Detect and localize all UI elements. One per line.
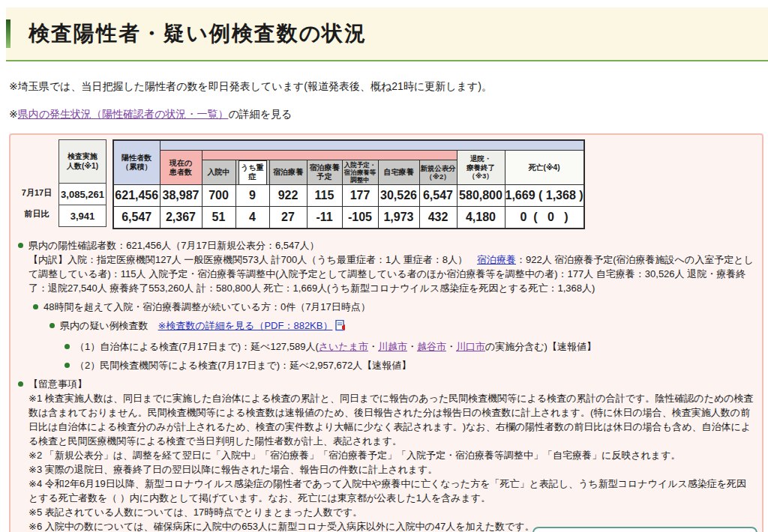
table-row-date: 621,456 38,987 700 9 922 115 177 30,526 …: [113, 185, 584, 207]
remarks-list: ※1 検査実施人数は、同日までに実施した自治体による検査の累計と、同日までに報告…: [28, 391, 756, 532]
cell-tested-diff: 3,941: [59, 205, 106, 227]
bullet-municipal-tests: （1）自治体による検査(7月17日まで)：延べ127,589人(さいたま市・川越…: [64, 339, 756, 354]
note-occurrence-status: ※県内の発生状況（陽性確認者の状況・一覧）の詳細を見る: [9, 108, 768, 121]
cell-hotel-diff: 27: [269, 207, 307, 229]
breakdown-text-pre: 【内訳】入院：指定医療機関127人 一般医療機関573人 計700人（うち最重症…: [28, 254, 477, 265]
cell-adjusting-diff: -105: [342, 207, 378, 229]
col-header-home: 自宅療養: [378, 160, 419, 185]
cell-current-date: 38,987: [160, 185, 202, 207]
green-accent-bar: [6, 19, 10, 48]
bottom-link-box[interactable]: [532, 527, 758, 532]
page-title-band: 検査陽性者・疑い例検査数の状況: [6, 7, 768, 61]
suspected-tests-label: 県内の疑い例検査数: [60, 320, 158, 331]
cell-positive-diff: 6,547: [113, 207, 160, 229]
remarks-title: 【留意事項】: [28, 377, 756, 391]
cell-deaths-date: 1,669 ( 1,368 ): [505, 185, 584, 207]
stats-table: 7月17日 前日比 検査実施 人数(※1) 3,085,261 3,941 陽性…: [16, 139, 756, 229]
col-header-hotel: 宿泊療養: [269, 160, 307, 185]
pink-header-strip: [202, 151, 457, 160]
remark-3: ※3 実際の退院日、療養終了日の翌日以降に報告された場合、報告日の件数に計上され…: [28, 462, 756, 477]
occurrence-status-link[interactable]: 県内の発生状況（陽性確認者の状況・一覧）: [18, 108, 229, 120]
positive-summary-line: 県内の陽性確認者数：621,456人（7月17日新規公表分：6,547人）: [28, 238, 756, 253]
cell-hotel-planned-date: 115: [307, 185, 342, 207]
cell-deaths-diff: 0 ( 0 ): [505, 207, 584, 229]
bullet-icon: [18, 381, 23, 387]
row-label-date: 7月17日: [16, 182, 57, 203]
col-header-current: 現在の 患者数: [160, 151, 202, 185]
cell-adjusting-date: 177: [342, 185, 378, 207]
cell-severe-date: 9: [236, 185, 269, 207]
row-label-spacer: [16, 139, 57, 182]
cell-hotel-planned-diff: -11: [307, 207, 342, 229]
col-header-hospitalized: 入院中: [202, 160, 236, 185]
note-occurrence-suffix: の詳細を見る: [228, 108, 292, 120]
cell-tested-date: 3,085,261: [59, 184, 106, 205]
bullet-48hour-adjustment: 48時間を超えて入院・宿泊療養調整が続いている方：0件（7月17日時点）: [33, 300, 756, 314]
cell-discharged-date: 580,800: [457, 185, 505, 207]
bullet-positive-summary: 県内の陽性確認者数：621,456人（7月17日新規公表分：6,547人） 【内…: [18, 238, 756, 295]
cell-new-announced-date: 6,547: [419, 185, 457, 207]
adjustment-48h-text: 48時間を超えて入院・宿泊療養調整が続いている方：0件（7月17日時点）: [44, 300, 756, 314]
data-panel: 7月17日 前日比 検査実施 人数(※1) 3,085,261 3,941 陽性…: [9, 133, 764, 532]
table-row-diff: 6,547 2,367 51 4 27 -11 -105 1,973 432 4…: [113, 207, 584, 229]
cell-home-date: 30,526: [378, 185, 419, 207]
col-header-adjusting: 入院予定・ 宿泊療養等 調整中: [342, 160, 378, 185]
cell-positive-date: 621,456: [113, 185, 160, 207]
saitama-city-link[interactable]: さいたま市: [319, 341, 368, 352]
private-tests-text: （2）民間検査機関等による検査(7月17日まで)：延べ2,957,672人【速報…: [75, 358, 756, 372]
blue-header-strip: [160, 140, 584, 151]
municipal-tests-post: の実施分含む)【速報値】: [485, 341, 596, 352]
test-count-pdf-link[interactable]: ※検査数の詳細を見る（PDF：882KB）: [158, 320, 333, 331]
remark-1: ※1 検査実施人数は、同日までに実施した自治体による検査の累計と、同日までに報告…: [28, 391, 756, 448]
remark-4: ※4 令和2年6月19日以降、新型コロナウイルス感染症の陽性者であって入院中や療…: [28, 477, 756, 505]
col-header-deaths: 死亡(※4): [505, 151, 584, 185]
hotel-care-link[interactable]: 宿泊療養: [477, 254, 516, 265]
summary-bullets: 県内の陽性確認者数：621,456人（7月17日新規公表分：6,547人） 【内…: [16, 238, 756, 532]
note-occurrence-prefix: ※: [9, 108, 18, 120]
city-separator: ・: [446, 341, 456, 352]
bullet-suspected-tests: 県内の疑い例検査数 ※検査数の詳細を見る（PDF：882KB）: [50, 318, 756, 335]
kawagoe-city-link[interactable]: 川越市: [378, 341, 407, 352]
koshigaya-city-link[interactable]: 越谷市: [417, 341, 446, 352]
bullet-icon: [18, 243, 23, 248]
cell-severe-diff: 4: [236, 207, 269, 229]
city-separator: ・: [368, 341, 378, 352]
remark-5: ※5 表記されている人数については、17時時点でとりまとまった人数です。: [28, 505, 756, 519]
positive-breakdown-line: 【内訳】入院：指定医療機関127人 一般医療機関573人 計700人（うち最重症…: [28, 253, 756, 295]
bullet-icon: [33, 304, 38, 309]
col-header-severe: うち重症: [236, 160, 269, 185]
col-header-hotel-planned: 宿泊療養 予定: [307, 160, 342, 185]
bullet-private-tests: （2）民間検査機関等による検査(7月17日まで)：延べ2,957,672人【速報…: [64, 358, 756, 372]
col-header-discharged: 退院・ 療養終了 （※3）: [457, 151, 505, 185]
row-label-column: 7月17日 前日比: [16, 139, 57, 224]
positive-cases-table: 陽性者数 （累積） 現在の 患者数 退院・ 療養終了 （※3） 死亡(※4) 入…: [112, 139, 585, 229]
severe-sub-header-box: うち重症: [238, 160, 267, 184]
cell-hospitalized-diff: 51: [202, 207, 236, 229]
cell-home-diff: 1,973: [378, 207, 419, 229]
cell-new-announced-diff: 432: [419, 207, 457, 229]
col-header-tested: 検査実施 人数(※1): [59, 140, 106, 184]
remark-2: ※2 「新規公表分」は、調整を経て翌日に「入院中」「宿泊療養」「宿泊療養予定」「…: [28, 448, 756, 462]
bullet-remarks: 【留意事項】 ※1 検査実施人数は、同日までに実施した自治体による検査の累計と、…: [18, 377, 756, 532]
cell-hospitalized-date: 700: [202, 185, 236, 207]
bullet-icon: [50, 323, 55, 328]
row-label-diff: 前日比: [16, 203, 57, 224]
kawaguchi-city-link[interactable]: 川口市: [456, 341, 485, 352]
pdf-audio-icon[interactable]: [335, 320, 346, 335]
city-separator: ・: [407, 341, 417, 352]
bullet-icon: [64, 363, 70, 368]
municipal-tests-pre: （1）自治体による検査(7月17日まで)：延べ127,589人(: [75, 341, 319, 352]
col-header-new-announced: 新規公表分 （※2）: [419, 160, 457, 185]
cell-hotel-date: 922: [269, 185, 307, 207]
col-header-positive: 陽性者数 （累積）: [113, 140, 160, 185]
cell-current-diff: 2,367: [160, 207, 202, 229]
cell-discharged-diff: 4,180: [457, 207, 505, 229]
page-title: 検査陽性者・疑い例検査数の状況: [28, 19, 367, 48]
tested-count-table: 検査実施 人数(※1) 3,085,261 3,941: [58, 139, 106, 227]
note-immediate-release: ※埼玉県では、当日把握した陽性者の数を即日発表しています(報道発表後、概ね21時…: [9, 80, 768, 94]
bullet-icon: [64, 344, 70, 349]
